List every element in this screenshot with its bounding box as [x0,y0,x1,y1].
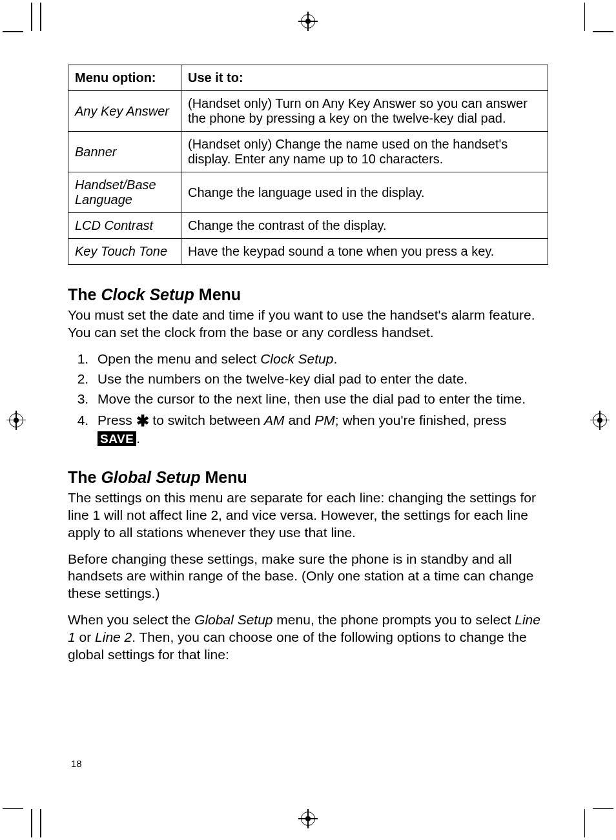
menu-option-desc: (Handset only) Change the name used on t… [181,132,548,172]
table-header-use: Use it to: [181,65,548,91]
crop-mark [3,808,23,810]
clock-setup-intro: You must set the date and time if you wa… [68,307,548,342]
registration-mark-icon [301,812,315,826]
step-text: . [333,351,337,366]
save-button-label: SAVE [98,431,136,446]
heading-prefix: The [68,468,101,486]
heading-suffix: Menu [201,468,247,486]
list-item: Press ✱ to switch between AM and PM; whe… [92,410,548,447]
table-row: Key Touch Tone Have the keypad sound a t… [68,239,548,265]
clock-setup-steps: Open the menu and select Clock Setup. Us… [86,351,548,447]
list-item: Use the numbers on the twelve-key dial p… [92,371,548,388]
registration-mark-icon [301,14,315,28]
list-item: Open the menu and select Clock Setup. [92,351,548,368]
heading-italic: Clock Setup [101,285,194,303]
menu-option-desc: (Handset only) Turn on Any Key Answer so… [181,91,548,132]
crop-mark [40,809,41,837]
menu-option-name: Key Touch Tone [68,239,181,265]
table-row: Handset/Base Language Change the languag… [68,172,548,213]
star-key-icon: ✱ [136,412,149,429]
crop-mark [584,809,586,837]
crop-mark [40,3,41,31]
paragraph-text: . Then, you can choose one of the follow… [68,630,527,662]
global-setup-heading: The Global Setup Menu [68,468,548,487]
crop-mark [593,31,613,32]
step-text: Open the menu and select [98,351,260,366]
menu-option-name: Banner [68,132,181,172]
table-row: LCD Contrast Change the contrast of the … [68,213,548,239]
menu-option-name: Handset/Base Language [68,172,181,213]
list-item: Move the cursor to the next line, then u… [92,391,548,408]
menu-option-desc: Have the keypad sound a tone when you pr… [181,239,548,265]
menu-option-desc: Change the contrast of the display. [181,213,548,239]
heading-prefix: The [68,285,101,303]
paragraph-text: menu, the phone prompts you to select [273,612,515,627]
menu-option-desc: Change the language used in the display. [181,172,548,213]
registration-mark-icon [9,413,23,427]
page-number: 18 [71,758,82,769]
paragraph-text: or [76,630,95,644]
menu-option-name: Any Key Answer [68,91,181,132]
crop-mark [3,31,23,32]
table-row: Any Key Answer (Handset only) Turn on An… [68,91,548,132]
global-setup-paragraph: Before changing these settings, make sur… [68,551,548,603]
table-header-menu: Menu option: [68,65,181,91]
table-row: Banner (Handset only) Change the name us… [68,132,548,172]
paragraph-italic: Line 2 [95,630,132,644]
crop-mark [593,808,613,810]
step-italic: Clock Setup [260,351,333,366]
heading-italic: Global Setup [101,468,200,486]
paragraph-text: When you select the [68,612,194,627]
heading-suffix: Menu [194,285,241,303]
menu-options-table: Menu option: Use it to: Any Key Answer (… [68,65,548,265]
step-text: to switch between [149,413,265,427]
crop-mark [31,809,32,837]
clock-setup-heading: The Clock Setup Menu [68,285,548,304]
registration-mark-icon [593,413,607,427]
global-setup-paragraph: The settings on this menu are separate f… [68,489,548,542]
crop-mark [584,3,586,31]
step-text: Press [98,413,136,427]
step-italic: AM [264,413,285,427]
page-content: Menu option: Use it to: Any Key Answer (… [68,65,548,673]
menu-option-name: LCD Contrast [68,213,181,239]
step-italic: PM [314,413,335,427]
step-text: . [136,431,140,446]
global-setup-paragraph: When you select the Global Setup menu, t… [68,611,548,664]
crop-mark [31,3,32,31]
step-text: ; when you're finished, press [335,413,506,427]
step-text: and [285,413,315,427]
paragraph-italic: Global Setup [194,612,272,627]
